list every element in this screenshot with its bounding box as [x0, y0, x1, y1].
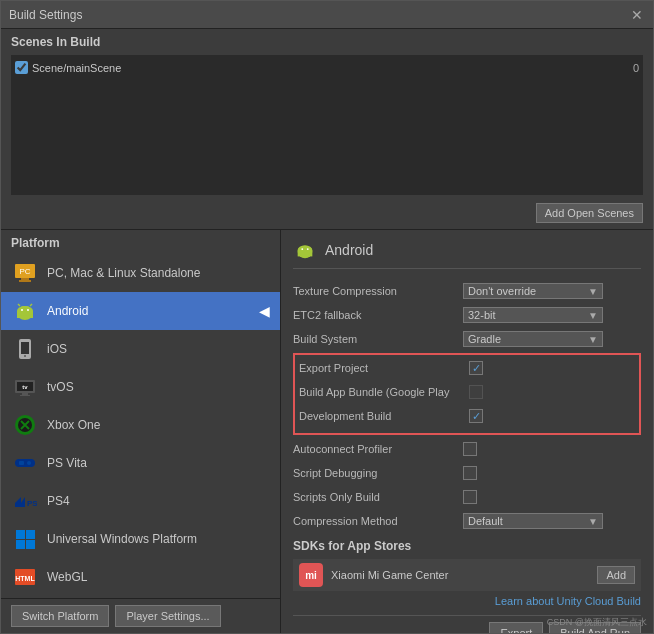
- platform-list: PC PC, Mac & Linux Standalone Android ◀: [1, 254, 280, 598]
- xiaomi-icon-text: mi: [305, 570, 317, 581]
- main-area: Platform PC PC, Mac & Linux Standalone: [1, 230, 653, 633]
- texture-compression-label: Texture Compression: [293, 285, 463, 297]
- webgl-icon: HTML: [11, 563, 39, 591]
- svg-rect-2: [19, 280, 31, 282]
- build-app-bundle-label: Build App Bundle (Google Play: [299, 386, 469, 398]
- highlighted-section: Export Project Build App Bundle (Google …: [293, 353, 641, 435]
- development-build-checkbox[interactable]: [469, 409, 483, 423]
- platform-item-pc[interactable]: PC PC, Mac & Linux Standalone: [1, 254, 280, 292]
- sdk-add-button[interactable]: Add: [597, 566, 635, 584]
- etc2-fallback-value: 32-bit: [468, 309, 496, 321]
- uwp-label: Universal Windows Platform: [47, 532, 270, 546]
- scene-name: Scene/mainScene: [32, 62, 121, 74]
- platform-item-ps4[interactable]: PS4 PS4: [1, 482, 280, 520]
- platform-item-psvita[interactable]: PS Vita: [1, 444, 280, 482]
- platform-item-tvos[interactable]: tv tvOS: [1, 368, 280, 406]
- texture-compression-value: Don't override: [468, 285, 536, 297]
- dropdown-arrow-2: ▼: [588, 310, 598, 321]
- xbox-icon: [11, 411, 39, 439]
- autoconnect-label: Autoconnect Profiler: [293, 443, 463, 455]
- platform-item-xbox[interactable]: Xbox One: [1, 406, 280, 444]
- export-project-checkbox[interactable]: [469, 361, 483, 375]
- uwp-icon: [11, 525, 39, 553]
- build-system-row: Build System Gradle ▼: [293, 329, 641, 349]
- svg-point-13: [24, 355, 26, 357]
- compression-method-control: Default ▼: [463, 513, 641, 529]
- compression-method-value: Default: [468, 515, 503, 527]
- player-settings-button[interactable]: Player Settings...: [115, 605, 220, 627]
- development-build-row: Development Build: [299, 406, 635, 426]
- compression-method-dropdown[interactable]: Default ▼: [463, 513, 603, 529]
- pc-label: PC, Mac & Linux Standalone: [47, 266, 270, 280]
- scene-checkbox[interactable]: [15, 61, 28, 74]
- platform-title-row: Android: [293, 238, 641, 269]
- platform-item-ios[interactable]: iOS: [1, 330, 280, 368]
- platform-bottom-bar: Switch Platform Player Settings...: [1, 598, 280, 633]
- etc2-fallback-label: ETC2 fallback: [293, 309, 463, 321]
- autoconnect-checkbox[interactable]: [463, 442, 477, 456]
- svg-rect-22: [19, 461, 24, 465]
- xbox-label: Xbox One: [47, 418, 270, 432]
- scene-item: Scene/mainScene 0: [15, 59, 639, 76]
- build-system-dropdown[interactable]: Gradle ▼: [463, 331, 603, 347]
- etc2-fallback-dropdown[interactable]: 32-bit ▼: [463, 307, 603, 323]
- scripts-only-checkbox[interactable]: [463, 490, 477, 504]
- platform-item-uwp[interactable]: Universal Windows Platform: [1, 520, 280, 558]
- tvos-label: tvOS: [47, 380, 270, 394]
- export-project-label: Export Project: [299, 362, 469, 374]
- ios-icon: [11, 335, 39, 363]
- scenes-footer: Add Open Scenes: [11, 195, 643, 223]
- watermark: CSDN @挽面清风三点水: [547, 616, 647, 629]
- svg-point-34: [301, 248, 303, 250]
- export-button[interactable]: Export: [489, 622, 543, 633]
- scripts-only-label: Scripts Only Build: [293, 491, 463, 503]
- svg-point-7: [21, 309, 23, 311]
- script-debugging-checkbox[interactable]: [463, 466, 477, 480]
- platform-header: Platform: [1, 230, 280, 254]
- svg-point-6: [17, 306, 33, 316]
- texture-compression-row: Texture Compression Don't override ▼: [293, 281, 641, 301]
- svg-rect-17: [22, 393, 28, 395]
- learn-cloud-build-link[interactable]: Learn about Unity Cloud Build: [293, 595, 641, 607]
- build-system-value: Gradle: [468, 333, 501, 345]
- etc2-fallback-control: 32-bit ▼: [463, 307, 641, 323]
- svg-rect-18: [20, 395, 30, 396]
- svg-text:tv: tv: [22, 384, 28, 390]
- platform-title: Android: [325, 242, 373, 258]
- window-title: Build Settings: [9, 8, 82, 22]
- platform-panel: Platform PC PC, Mac & Linux Standalone: [1, 230, 281, 633]
- svg-rect-25: [16, 530, 25, 539]
- svg-rect-26: [26, 530, 35, 539]
- sdk-section-header: SDKs for App Stores: [293, 539, 641, 553]
- add-open-scenes-button[interactable]: Add Open Scenes: [536, 203, 643, 223]
- svg-rect-27: [16, 540, 25, 549]
- svg-text:PS4: PS4: [27, 499, 37, 508]
- settings-panel: Android Texture Compression Don't overri…: [281, 230, 653, 633]
- android-title-icon: [293, 238, 317, 262]
- webgl-label: WebGL: [47, 570, 270, 584]
- build-app-bundle-checkbox[interactable]: [469, 385, 483, 399]
- compression-method-row: Compression Method Default ▼: [293, 511, 641, 531]
- development-build-label: Development Build: [299, 410, 469, 422]
- platform-item-android[interactable]: Android ◀: [1, 292, 280, 330]
- android-label: Android: [47, 304, 255, 318]
- scenes-header: Scenes In Build: [11, 35, 643, 49]
- sdk-xiaomi-row: mi Xiaomi Mi Game Center Add: [293, 559, 641, 591]
- build-app-bundle-row: Build App Bundle (Google Play: [299, 382, 635, 402]
- ios-label: iOS: [47, 342, 270, 356]
- svg-line-10: [30, 304, 32, 306]
- export-project-row: Export Project: [299, 358, 635, 378]
- close-button[interactable]: ✕: [629, 7, 645, 23]
- script-debugging-row: Script Debugging: [293, 463, 641, 483]
- autoconnect-row: Autoconnect Profiler: [293, 439, 641, 459]
- platform-item-webgl[interactable]: HTML WebGL: [1, 558, 280, 596]
- texture-compression-dropdown[interactable]: Don't override ▼: [463, 283, 603, 299]
- build-system-control: Gradle ▼: [463, 331, 641, 347]
- content-area: Scenes In Build Scene/mainScene 0 Add Op…: [1, 29, 653, 633]
- psvita-icon: [11, 449, 39, 477]
- switch-platform-button[interactable]: Switch Platform: [11, 605, 109, 627]
- scripts-only-row: Scripts Only Build: [293, 487, 641, 507]
- ps4-icon: PS4: [11, 487, 39, 515]
- svg-rect-28: [26, 540, 35, 549]
- svg-rect-1: [21, 278, 29, 280]
